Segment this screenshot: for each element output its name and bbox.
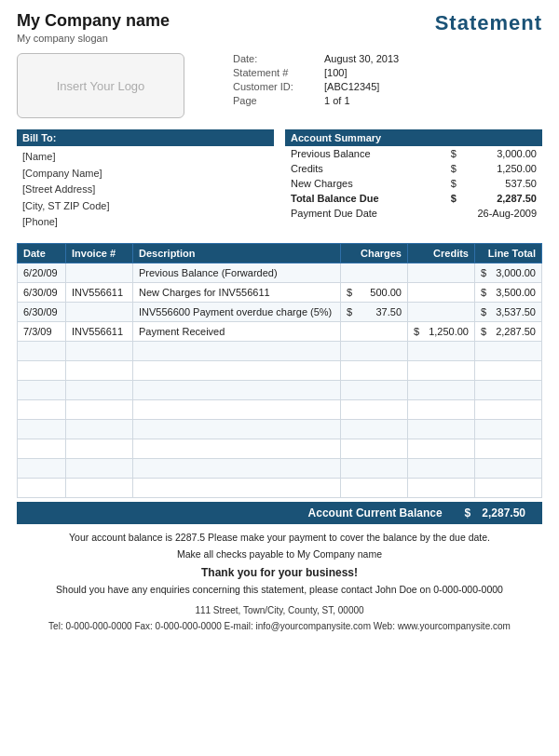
bill-to-phone: [Phone] [22, 214, 268, 231]
table-cell [133, 439, 341, 458]
table-cell [408, 282, 475, 302]
footer-contact-details: Tel: 0-000-000-0000 Fax: 0-000-000-0000 … [17, 618, 542, 634]
summary-new-charges-dollar: $ [435, 176, 461, 191]
table-cell [475, 380, 542, 399]
table-cell [341, 341, 408, 360]
table-cell: Payment Received [133, 321, 341, 341]
table-cell [408, 341, 475, 360]
table-row [18, 478, 542, 497]
table-cell [133, 419, 341, 439]
table-cell [133, 360, 341, 380]
summary-total-amount: 2,287.50 [462, 191, 542, 206]
table-cell [408, 360, 475, 380]
summary-prev-dollar: $ [435, 146, 461, 161]
invoice-table: Date Invoice # Description Charges Credi… [17, 243, 542, 498]
document-info: Date: August 30, 2013 Statement # [100] … [196, 53, 542, 118]
table-cell [66, 302, 133, 321]
table-cell [66, 399, 133, 419]
table-cell [18, 439, 66, 458]
table-row [18, 419, 542, 439]
table-cell [66, 419, 133, 439]
table-cell [133, 341, 341, 360]
table-cell [18, 360, 66, 380]
summary-row-credits: Credits $ 1,250.00 [285, 161, 542, 176]
summary-credits-label: Credits [285, 161, 435, 176]
table-cell [66, 439, 133, 458]
table-cell: Previous Balance (Forwarded) [133, 263, 341, 282]
footer-balance-bar: Account Current Balance $ 2,287.50 [17, 502, 542, 524]
bill-to-city: [City, ST ZIP Code] [22, 198, 268, 215]
footer-balance-dollar: $ [465, 506, 471, 520]
table-cell [408, 263, 475, 282]
table-cell [475, 360, 542, 380]
table-cell: INV556600 Payment overdue charge (5%) [133, 302, 341, 321]
footer-messages: Your account balance is 2287.5 Please ma… [0, 524, 559, 601]
table-cell [475, 439, 542, 458]
table-cell [408, 302, 475, 321]
table-cell [66, 341, 133, 360]
table-row: 7/3/09INV556611Payment Received$1,250.00… [18, 321, 542, 341]
table-row: 6/30/09INV556611New Charges for INV55661… [18, 282, 542, 302]
summary-row-new-charges: New Charges $ 537.50 [285, 176, 542, 191]
customer-id-label: Customer ID: [233, 81, 317, 92]
logo-placeholder: Insert Your Logo [17, 53, 184, 118]
table-cell [341, 399, 408, 419]
col-charges: Charges [341, 243, 408, 263]
table-cell: $3,000.00 [475, 263, 542, 282]
table-cell: $3,537.50 [475, 302, 542, 321]
summary-total-dollar: $ [435, 191, 461, 206]
table-row [18, 341, 542, 360]
account-summary-table: Previous Balance $ 3,000.00 Credits $ 1,… [285, 146, 542, 221]
table-cell [133, 458, 341, 478]
summary-prev-amount: 3,000.00 [462, 146, 542, 161]
customer-id-value: [ABC12345] [324, 81, 379, 92]
table-cell [341, 263, 408, 282]
table-cell [341, 321, 408, 341]
bill-to-company: [Company Name] [22, 166, 268, 182]
table-cell: $37.50 [341, 302, 408, 321]
table-cell [18, 399, 66, 419]
table-cell [475, 419, 542, 439]
summary-row-prev-balance: Previous Balance $ 3,000.00 [285, 146, 542, 161]
col-invoice: Invoice # [66, 243, 133, 263]
table-cell [341, 419, 408, 439]
footer-address: 111 Street, Town/City, County, ST, 00000 [17, 602, 542, 618]
table-cell: 6/20/09 [18, 263, 66, 282]
table-cell [408, 439, 475, 458]
summary-row-total: Total Balance Due $ 2,287.50 [285, 191, 542, 206]
table-cell: $1,250.00 [408, 321, 475, 341]
table-cell [341, 360, 408, 380]
table-cell [66, 263, 133, 282]
footer-contact: 111 Street, Town/City, County, ST, 00000… [0, 601, 559, 636]
footer-message2: Make all checks payable to My Company na… [17, 547, 542, 563]
table-row: 6/20/09Previous Balance (Forwarded)$3,00… [18, 263, 542, 282]
summary-due-date-label: Payment Due Date [285, 206, 435, 221]
table-cell: $3,500.00 [475, 282, 542, 302]
footer-thank-you: Thank you for your business! [17, 563, 542, 582]
table-cell [408, 419, 475, 439]
account-summary-header: Account Summary [285, 129, 542, 146]
summary-row-due-date: Payment Due Date 26-Aug-2009 [285, 206, 542, 221]
table-row [18, 380, 542, 399]
table-cell: 7/3/09 [18, 321, 66, 341]
table-cell [133, 399, 341, 419]
table-row [18, 458, 542, 478]
col-date: Date [18, 243, 66, 263]
table-cell [475, 341, 542, 360]
table-cell [341, 380, 408, 399]
bill-to-header: Bill To: [17, 129, 274, 146]
table-cell: INV556611 [66, 282, 133, 302]
col-line-total: Line Total [475, 243, 542, 263]
table-row [18, 360, 542, 380]
bill-to-address: [Street Address] [22, 182, 268, 198]
table-cell [408, 380, 475, 399]
summary-prev-label: Previous Balance [285, 146, 435, 161]
date-value: August 30, 2013 [324, 53, 399, 64]
table-cell [475, 399, 542, 419]
table-cell [66, 478, 133, 497]
table-cell [18, 458, 66, 478]
table-cell [133, 478, 341, 497]
statement-number-label: Statement # [233, 67, 317, 78]
account-summary-section: Account Summary Previous Balance $ 3,000… [285, 129, 542, 234]
table-cell: INV556611 [66, 321, 133, 341]
